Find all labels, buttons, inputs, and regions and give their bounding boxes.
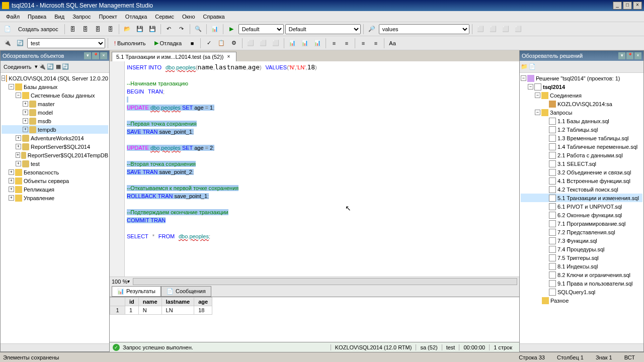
- panel-pin-icon[interactable]: 📍: [626, 52, 633, 59]
- table-row[interactable]: 1 1 N LN 18: [110, 306, 212, 315]
- col-header[interactable]: name: [138, 298, 162, 306]
- db-model[interactable]: model: [38, 110, 53, 116]
- connect-label[interactable]: Соединить: [2, 64, 34, 70]
- misc-icon3[interactable]: ⬜: [500, 24, 511, 35]
- menu-debug[interactable]: Отладка: [121, 12, 151, 21]
- menu-tools[interactable]: Сервис: [151, 12, 178, 21]
- file-item[interactable]: 7.4 Процедуры.sql: [521, 245, 642, 253]
- file-item[interactable]: 2.1 Работа с данными.sql: [521, 151, 642, 159]
- scrollbar-horizontal[interactable]: [133, 278, 517, 285]
- file-item[interactable]: 6.2 Оконные функции.sql: [521, 211, 642, 219]
- menu-project[interactable]: Проект: [95, 12, 121, 21]
- cell[interactable]: 1: [125, 306, 139, 315]
- results-icon3[interactable]: ⬜: [270, 38, 281, 49]
- results-grid[interactable]: id name lastname age 1 1 N LN 18: [110, 297, 519, 342]
- panel-dropdown-icon[interactable]: ▾: [84, 52, 91, 59]
- expander-icon[interactable]: −: [16, 93, 21, 98]
- expander-icon[interactable]: −: [535, 93, 540, 98]
- file-item[interactable]: 8.1 Индексы.sql: [521, 262, 642, 270]
- project-node[interactable]: tsql2014: [543, 84, 565, 90]
- col-header[interactable]: lastname: [162, 298, 194, 306]
- tab-messages[interactable]: 📄 Сообщения: [161, 286, 211, 297]
- menu-edit[interactable]: Правка: [24, 12, 50, 21]
- play-icon[interactable]: ▶: [226, 24, 237, 35]
- expander-icon[interactable]: −: [521, 75, 526, 81]
- menu-file[interactable]: Файл: [2, 12, 24, 21]
- stats-icon[interactable]: 📊: [287, 38, 298, 49]
- oe-icon1[interactable]: 🔌: [39, 63, 46, 70]
- oe-filter-icon[interactable]: ▦: [56, 63, 61, 70]
- panel-pin-icon[interactable]: 📍: [92, 52, 99, 59]
- misc-icon2[interactable]: ⬜: [488, 24, 499, 35]
- maximize-button[interactable]: □: [623, 2, 632, 10]
- db-master[interactable]: master: [38, 101, 55, 107]
- file-item[interactable]: 4.2 Текстовый поиск.sql: [521, 185, 642, 194]
- col-header[interactable]: id: [125, 298, 139, 306]
- server-node[interactable]: KOZLOV\SQL2014 (SQL Server 12.0.20: [9, 75, 108, 81]
- db-node[interactable]: AdventureWorks2014: [31, 135, 84, 141]
- file-item[interactable]: SQLQuery1.sql: [521, 288, 642, 296]
- replication-node[interactable]: Репликация: [24, 187, 54, 193]
- queries-node[interactable]: Запросы: [550, 110, 572, 116]
- scrollbar-horizontal[interactable]: [1, 343, 109, 351]
- solution-tree[interactable]: −Решение "tsql2014" (проектов: 1) −tsql2…: [520, 73, 643, 343]
- db-node[interactable]: ReportServer$SQL2014: [31, 144, 90, 150]
- undo-icon[interactable]: ↶: [164, 24, 175, 35]
- config-combo[interactable]: Default: [238, 24, 284, 34]
- expander-icon[interactable]: +: [23, 118, 28, 124]
- close-button[interactable]: ×: [633, 2, 642, 10]
- file-item[interactable]: 3.1 SELECT.sql: [521, 159, 642, 168]
- stats-icon2[interactable]: 📊: [299, 38, 310, 49]
- expander-icon[interactable]: −: [535, 110, 540, 115]
- panel-dropdown-icon[interactable]: ▾: [618, 52, 625, 59]
- tab-close-icon[interactable]: ×: [226, 54, 232, 60]
- find-combo[interactable]: values: [379, 24, 469, 34]
- uncomment-icon[interactable]: ≡: [370, 38, 381, 49]
- connection-item[interactable]: KOZLOV\SQL2014:sa: [557, 101, 612, 107]
- db-icon2[interactable]: 🗄: [80, 24, 91, 35]
- db-test[interactable]: test: [31, 161, 40, 167]
- file-item[interactable]: 5.1 Транзакции и изменения.sql: [521, 194, 642, 202]
- plan-icon[interactable]: 📋: [216, 38, 227, 49]
- db-icon[interactable]: 🗄: [67, 24, 78, 35]
- databases-node[interactable]: Базы данных: [24, 84, 57, 90]
- management-node[interactable]: Управление: [24, 195, 54, 201]
- expander-icon[interactable]: −: [2, 75, 5, 81]
- redo-icon[interactable]: ↷: [176, 24, 187, 35]
- file-item[interactable]: 1.3 Временные таблицы.sql: [521, 134, 642, 142]
- cell[interactable]: 18: [194, 306, 212, 315]
- menu-query[interactable]: Запрос: [68, 12, 95, 21]
- col-header[interactable]: age: [194, 298, 212, 306]
- debug-button[interactable]: ▶ Отладка: [151, 38, 185, 48]
- file-item[interactable]: 7.5 Триггеры.sql: [521, 253, 642, 262]
- solution-node[interactable]: Решение "tsql2014" (проектов: 1): [536, 75, 620, 81]
- file-item[interactable]: 9.1 Права и пользователи.sql: [521, 279, 642, 288]
- expander-icon[interactable]: +: [23, 127, 28, 132]
- file-item[interactable]: 7.3 Функции.sql: [521, 236, 642, 245]
- oe-refresh-icon[interactable]: 🔄: [62, 63, 69, 70]
- file-item[interactable]: 4.1 Встроенные функции.sql: [521, 176, 642, 185]
- expander-icon[interactable]: +: [16, 144, 21, 149]
- expander-icon[interactable]: −: [9, 84, 14, 89]
- serverobj-node[interactable]: Объекты сервера: [24, 178, 69, 184]
- sysdbs-node[interactable]: Системные базы данных: [31, 93, 95, 99]
- file-item[interactable]: 8.2 Ключи и ограничения.sql: [521, 270, 642, 279]
- comment-icon[interactable]: ≡: [358, 38, 369, 49]
- db-icon3[interactable]: 🗄: [93, 24, 104, 35]
- saveall-icon[interactable]: 💾: [147, 24, 158, 35]
- cell[interactable]: LN: [162, 306, 194, 315]
- execute-button[interactable]: ! Выполнить: [111, 39, 149, 48]
- minimize-button[interactable]: _: [613, 2, 622, 10]
- menu-help[interactable]: Справка: [199, 12, 229, 21]
- save-icon[interactable]: 💾: [134, 24, 145, 35]
- menu-window[interactable]: Окно: [178, 12, 199, 21]
- parse-icon[interactable]: ✓: [203, 38, 214, 49]
- file-item[interactable]: 1.4 Табличные переменные.sql: [521, 142, 642, 151]
- expander-icon[interactable]: +: [9, 195, 14, 201]
- find-icon[interactable]: 🔎: [366, 24, 377, 35]
- code-editor[interactable]: INSERT INTO dbo.peoples(name,lastname,ag…: [125, 61, 519, 277]
- expander-icon[interactable]: +: [9, 178, 14, 184]
- db-node[interactable]: ReportServer$SQL2014TempDB: [28, 152, 108, 158]
- expander-icon[interactable]: +: [16, 135, 21, 141]
- open-icon[interactable]: 📂: [122, 24, 133, 35]
